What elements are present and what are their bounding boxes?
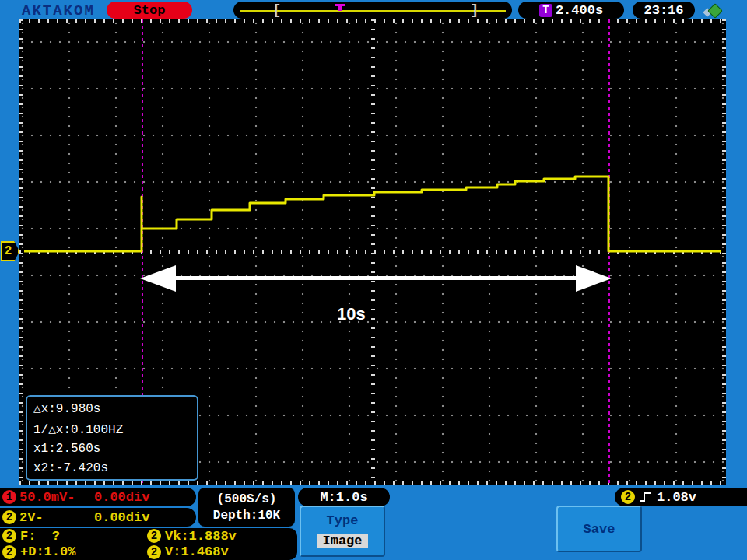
save-button[interactable]: Save bbox=[556, 506, 642, 552]
run-state-badge: Stop bbox=[107, 2, 192, 19]
arrow-shaft bbox=[172, 276, 580, 280]
trigger-t-icon: T bbox=[539, 4, 552, 17]
waveform-path bbox=[24, 177, 721, 251]
measurement-value: V:1.468v bbox=[165, 544, 229, 559]
timebase-badge: M:1.0s bbox=[298, 488, 390, 506]
trigger-time-badge: T 2.400s bbox=[518, 2, 624, 19]
delta-x-value: △x:9.980s bbox=[33, 401, 191, 416]
sample-rate: (500S/s) bbox=[217, 492, 277, 506]
cursor-readout-box: △x:9.980s 1/△x:0.100HZ x1:2.560s x2:-7.4… bbox=[26, 395, 198, 481]
cursor-x1-value: x1:2.560s bbox=[33, 442, 191, 456]
measurement-value: Vk:1.888v bbox=[165, 529, 237, 544]
brand-logo: AKTAKOM bbox=[22, 2, 95, 19]
rising-edge-icon bbox=[639, 491, 653, 503]
channel1-scale: 50.0mV- bbox=[19, 490, 94, 505]
arrow-right-head-icon bbox=[576, 265, 612, 292]
cursor-x2-value: x2:-7.420s bbox=[33, 461, 191, 475]
clock-badge: 23:16 bbox=[633, 2, 695, 19]
memory-left-bracket-icon: [ bbox=[272, 2, 281, 19]
channel2-scale: 2V- bbox=[19, 510, 94, 525]
measurement-vk: 2 Vk:1.888v bbox=[147, 529, 292, 544]
save-button-label: Save bbox=[584, 522, 615, 537]
waveform-display: 10s △x:9.980s 1/△x:0.100HZ x1:2.560s x2:… bbox=[19, 19, 726, 485]
trigger-time-value: 2.400s bbox=[556, 3, 603, 18]
trigger-level-value: 1.08v bbox=[657, 490, 696, 505]
oscilloscope-screen: AKTAKOM Stop [ ] T 2.400s 23:16 10s bbox=[0, 0, 747, 560]
memory-right-bracket-icon: ] bbox=[470, 2, 479, 19]
type-button-label: Type bbox=[327, 513, 359, 528]
measurement-channel-badge-icon: 2 bbox=[147, 545, 161, 559]
memory-depth: Depth:10K bbox=[213, 509, 280, 523]
memory-position-bar: [ ] bbox=[233, 2, 512, 19]
measurements-box: 2 F: ? 2 Vk:1.888v 2 +D:1.0% 2 V:1.468v bbox=[0, 528, 297, 560]
type-button[interactable]: Type Image bbox=[300, 506, 385, 557]
type-selected-value[interactable]: Image bbox=[317, 534, 367, 548]
channel1-status: 1 50.0mV- 0.00div bbox=[0, 488, 196, 506]
acquisition-info-box: (500S/s) Depth:10K bbox=[198, 488, 295, 527]
channel2-status: 2 2V- 0.00div bbox=[0, 508, 196, 527]
channel2-ground-marker[interactable]: 2 bbox=[1, 241, 19, 261]
arrow-duration-label: 10s bbox=[337, 304, 366, 324]
measurement-channel-badge-icon: 2 bbox=[2, 545, 16, 559]
measurement-channel-badge-icon: 2 bbox=[2, 529, 16, 543]
measurement-duty: 2 +D:1.0% bbox=[2, 544, 147, 559]
measurement-value: +D:1.0% bbox=[20, 544, 75, 559]
channel1-badge-icon: 1 bbox=[2, 490, 16, 504]
trigger-position-icon bbox=[335, 4, 345, 6]
measurement-v: 2 V:1.468v bbox=[147, 544, 292, 559]
channel1-offset: 0.00div bbox=[94, 490, 149, 505]
arrow-left-head-icon bbox=[140, 265, 176, 292]
measurement-value: F: ? bbox=[20, 529, 60, 544]
usb-body-part bbox=[707, 3, 723, 19]
measurement-frequency: 2 F: ? bbox=[2, 529, 147, 544]
usb-icon bbox=[703, 2, 724, 18]
channel2-badge-icon: 2 bbox=[2, 510, 16, 524]
measurement-channel-badge-icon: 2 bbox=[147, 529, 161, 543]
trigger-source-badge-icon: 2 bbox=[621, 490, 635, 504]
inverse-delta-x-value: 1/△x:0.100HZ bbox=[33, 422, 191, 437]
channel2-offset: 0.00div bbox=[94, 510, 149, 525]
trigger-level-badge: 2 1.08v bbox=[615, 488, 747, 506]
